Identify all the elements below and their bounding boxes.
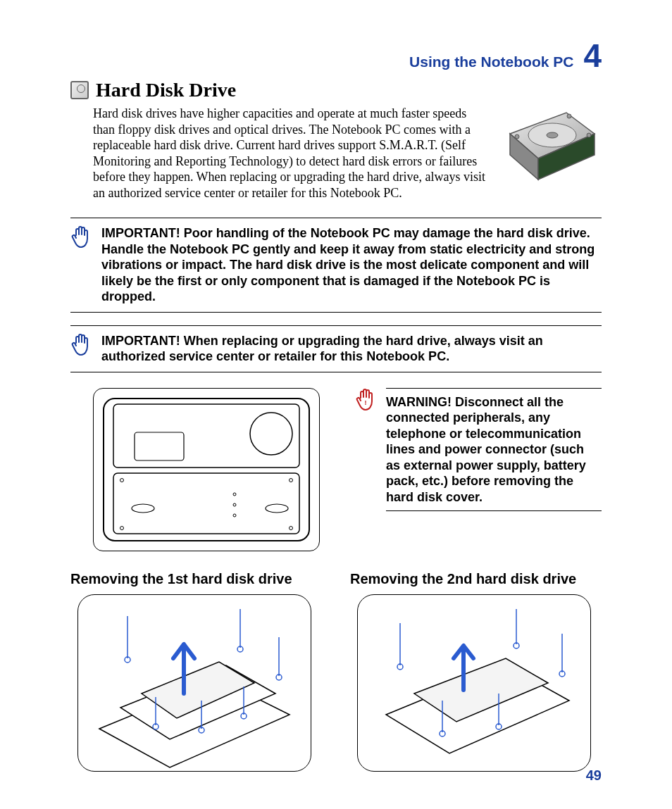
svg-point-13 bbox=[290, 478, 293, 482]
svg-point-16 bbox=[233, 493, 236, 496]
laptop-underside-diagram bbox=[93, 388, 320, 551]
svg-point-10 bbox=[132, 504, 154, 513]
svg-point-17 bbox=[233, 503, 236, 506]
removal-col-2: Removing the 2nd hard disk drive bbox=[350, 571, 602, 772]
page-header: Using the Notebook PC 4 bbox=[70, 39, 602, 72]
hard-disk-icon bbox=[70, 81, 89, 99]
removal-row: Removing the 1st hard disk drive bbox=[70, 571, 602, 772]
hand-stop-icon bbox=[70, 225, 92, 253]
svg-rect-5 bbox=[104, 399, 309, 541]
important-text-1: IMPORTANT! Poor handling of the Notebook… bbox=[101, 225, 602, 305]
svg-point-8 bbox=[250, 413, 292, 455]
warning-column: ! WARNING! Disconnect all the connected … bbox=[355, 388, 602, 551]
hand-stop-icon bbox=[70, 333, 92, 361]
remove-1-heading: Removing the 1st hard disk drive bbox=[70, 571, 322, 587]
hdd-removal-diagram-2 bbox=[357, 594, 591, 772]
svg-point-11 bbox=[266, 504, 288, 513]
chapter-number: 4 bbox=[583, 39, 602, 72]
header-title: Using the Notebook PC bbox=[409, 54, 573, 70]
svg-rect-6 bbox=[113, 404, 299, 468]
intro-text: Hard disk drives have higher capacities … bbox=[93, 106, 487, 201]
hard-disk-photo bbox=[496, 106, 602, 183]
important-text-2: IMPORTANT! When replacing or upgrading t… bbox=[101, 333, 602, 365]
svg-point-18 bbox=[233, 514, 236, 517]
svg-text:!: ! bbox=[365, 399, 367, 406]
svg-point-2 bbox=[515, 134, 519, 139]
warning-box: WARNING! Disconnect all the connected pe… bbox=[386, 388, 602, 512]
warning-text: WARNING! Disconnect all the connected pe… bbox=[386, 394, 602, 506]
svg-point-12 bbox=[120, 478, 124, 482]
section-title: Hard Disk Drive bbox=[96, 79, 236, 101]
page-number: 49 bbox=[586, 767, 602, 784]
svg-point-3 bbox=[567, 114, 571, 118]
svg-rect-9 bbox=[113, 473, 299, 534]
mid-row: ! WARNING! Disconnect all the connected … bbox=[70, 388, 602, 551]
svg-point-1 bbox=[547, 132, 558, 138]
manual-page: Using the Notebook PC 4 Hard Disk Drive … bbox=[0, 0, 672, 809]
section-title-row: Hard Disk Drive bbox=[70, 79, 602, 101]
svg-rect-7 bbox=[135, 432, 184, 460]
removal-col-1: Removing the 1st hard disk drive bbox=[70, 571, 322, 772]
hand-warning-icon: ! bbox=[355, 388, 376, 416]
svg-point-4 bbox=[587, 133, 591, 137]
remove-2-heading: Removing the 2nd hard disk drive bbox=[350, 571, 602, 587]
important-notice-2: IMPORTANT! When replacing or upgrading t… bbox=[70, 325, 602, 372]
hdd-removal-diagram-1 bbox=[77, 594, 311, 772]
svg-point-15 bbox=[290, 526, 293, 529]
intro-row: Hard disk drives have higher capacities … bbox=[70, 106, 602, 201]
svg-point-14 bbox=[120, 526, 124, 529]
important-notice-1: IMPORTANT! Poor handling of the Notebook… bbox=[70, 218, 602, 313]
